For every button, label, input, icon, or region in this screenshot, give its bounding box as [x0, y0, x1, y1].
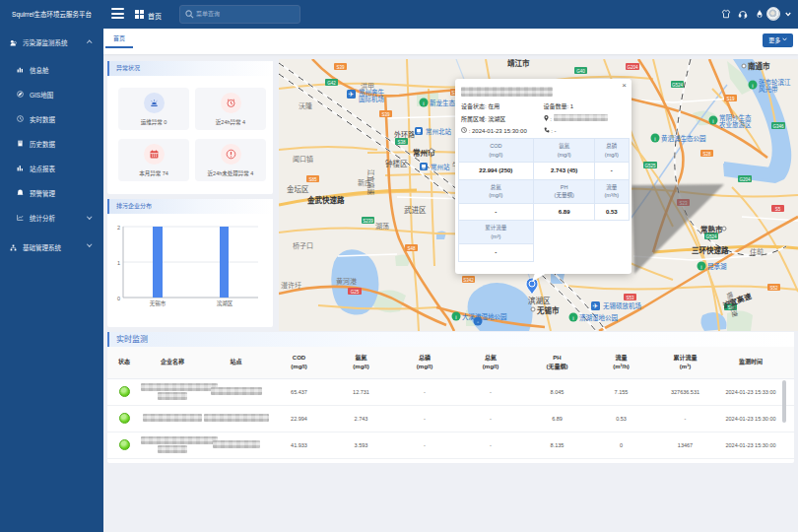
svg-text:i: i: [700, 264, 701, 270]
svg-text:S39: S39: [336, 65, 345, 70]
svg-text:国际机场: 国际机场: [359, 95, 385, 103]
svg-text:江宜高速: 江宜高速: [366, 169, 375, 196]
svg-text:金武快速路: 金武快速路: [306, 195, 345, 205]
svg-text:三环快速路: 三环快速路: [692, 245, 729, 255]
svg-text:✈: ✈: [593, 302, 599, 309]
svg-text:住前: 住前: [750, 247, 764, 256]
svg-text:常州站: 常州站: [431, 163, 450, 171]
svg-text:S38: S38: [397, 140, 406, 145]
svg-text:S19: S19: [726, 97, 735, 101]
svg-text:钟楼区: 钟楼区: [385, 159, 408, 168]
svg-text:G40: G40: [576, 69, 585, 74]
svg-text:漕湖湿地公园: 漕湖湿地公园: [579, 313, 618, 322]
svg-text:黄泗浦生态公园: 黄泗浦生态公园: [661, 134, 706, 143]
svg-text:大溪港湿地公园: 大溪港湿地公园: [462, 312, 507, 321]
svg-text:✈: ✈: [349, 91, 355, 98]
svg-text:无锡硕放机场: 无锡硕放机场: [603, 301, 642, 310]
svg-text:S239: S239: [363, 219, 373, 224]
svg-text:黄河港: 黄河港: [336, 277, 357, 286]
svg-text:滨湖区: 滨湖区: [217, 299, 233, 307]
svg-text:0: 0: [117, 296, 120, 301]
svg-text:G524: G524: [672, 83, 684, 88]
svg-text:无锡市: 无锡市: [536, 305, 560, 315]
svg-text:漫许圩: 漫许圩: [281, 281, 301, 290]
svg-text:S342: S342: [463, 278, 474, 283]
svg-text:G525: G525: [644, 164, 656, 168]
svg-text:i: i: [712, 118, 713, 124]
svg-text:农业旅游区: 农业旅游区: [719, 120, 752, 129]
svg-text:i: i: [752, 83, 753, 89]
svg-text:G204: G204: [627, 65, 638, 70]
svg-text:靖江市: 靖江市: [507, 59, 530, 68]
svg-text:桥子口: 桥子口: [293, 241, 313, 250]
svg-text:昆承湖: 昆承湖: [707, 262, 727, 271]
svg-text:i: i: [572, 315, 573, 321]
svg-text:G25: G25: [351, 290, 360, 295]
svg-text:G204: G204: [739, 177, 751, 182]
svg-text:i: i: [654, 136, 655, 142]
svg-text:i: i: [423, 100, 424, 106]
svg-text:金坛区: 金坛区: [287, 184, 309, 194]
svg-text:S39: S39: [381, 112, 390, 117]
svg-text:闻口镇: 闻口镇: [293, 155, 313, 164]
svg-text:G42: G42: [327, 81, 336, 86]
svg-text:1: 1: [117, 260, 120, 266]
svg-text:S28: S28: [702, 152, 711, 157]
svg-text:G524: G524: [705, 234, 717, 239]
svg-text:风光带: 风光带: [759, 85, 778, 94]
svg-text:2: 2: [117, 225, 120, 231]
svg-text:无锡市: 无锡市: [150, 299, 166, 307]
svg-text:湖荡: 湖荡: [375, 222, 389, 231]
svg-text:武进区: 武进区: [404, 205, 427, 215]
svg-text:S48: S48: [407, 246, 416, 251]
svg-text:S5: S5: [775, 207, 781, 212]
svg-text:S23: S23: [679, 201, 688, 206]
svg-text:S52: S52: [769, 286, 778, 291]
svg-text:沃隆: 沃隆: [299, 101, 312, 110]
svg-text:G346: G346: [772, 124, 784, 129]
svg-text:S85: S85: [308, 177, 317, 182]
svg-text:S53: S53: [626, 296, 634, 300]
svg-text:南通市: 南通市: [748, 61, 770, 71]
svg-text:◦: ◦: [477, 319, 479, 325]
svg-text:常州北站: 常州北站: [426, 127, 452, 136]
svg-text:滨湖区: 滨湖区: [528, 296, 551, 305]
svg-text:洪甲: 洪甲: [361, 82, 374, 91]
svg-text:外环路: 外环路: [394, 130, 415, 139]
svg-text:i: i: [455, 314, 456, 320]
svg-text:常熟市: 常熟市: [700, 225, 723, 234]
